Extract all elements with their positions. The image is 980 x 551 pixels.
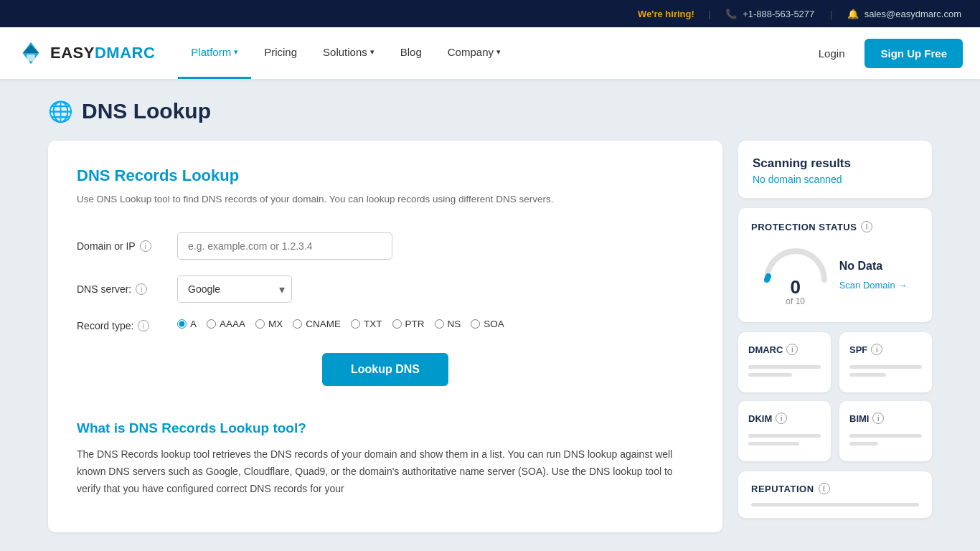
chevron-down-icon: ▾ — [370, 47, 374, 57]
nav-pricing[interactable]: Pricing — [251, 27, 310, 79]
bimi-card: BIMI i — [839, 401, 932, 461]
login-button[interactable]: Login — [810, 42, 854, 65]
dns-server-select[interactable]: Google Cloudflare Quad9 Custom — [177, 276, 292, 303]
gauge-area: 0 of 10 No Data Scan Domain → — [751, 244, 919, 306]
domain-info-icon[interactable]: i — [140, 240, 151, 252]
nav-platform[interactable]: Platform ▾ — [178, 27, 251, 79]
protection-info-icon[interactable]: i — [861, 221, 872, 232]
nav-blog[interactable]: Blog — [387, 27, 435, 79]
dns-info-icon[interactable]: i — [136, 283, 147, 295]
dkim-bar2 — [748, 442, 799, 446]
dns-server-label: DNS server: i — [77, 283, 177, 295]
dkim-header: DKIM i — [748, 413, 821, 424]
spf-bar2 — [849, 373, 886, 377]
email-icon: 🔔 — [847, 9, 859, 19]
svg-marker-1 — [23, 45, 39, 53]
reputation-info-icon[interactable]: i — [819, 483, 830, 494]
bimi-bar — [849, 434, 922, 438]
domain-label: Domain or IP i — [77, 240, 177, 252]
spf-info-icon[interactable]: i — [871, 344, 882, 355]
reputation-card: REPUTATION i — [738, 471, 932, 518]
phone-icon: 📞 — [725, 9, 737, 19]
gauge-of: of 10 — [786, 296, 805, 306]
record-type-row: Record type: i A AAAA MX CNAME TXT PTR N… — [77, 319, 694, 331]
reputation-header: REPUTATION i — [751, 483, 919, 494]
domain-row: Domain or IP i — [77, 232, 694, 260]
no-domain-label: No domain scanned — [753, 174, 918, 185]
radio-TXT[interactable]: TXT — [351, 319, 382, 329]
no-data-area: No Data Scan Domain → — [839, 260, 908, 291]
logo-dmarc: DMARC — [95, 44, 155, 62]
bimi-bar2 — [849, 442, 878, 446]
dmarc-bar — [748, 365, 821, 369]
card-title: DNS Records Lookup — [77, 166, 694, 185]
chevron-down-icon: ▾ — [234, 47, 238, 57]
page-content: 🌐 DNS Lookup DNS Records Lookup Use DNS … — [31, 79, 949, 551]
left-card: DNS Records Lookup Use DNS Lookup tool t… — [48, 141, 722, 532]
spf-bar — [849, 365, 922, 369]
protection-status-card: PROTECTION STATUS i 0 o — [738, 208, 932, 322]
card-description: Use DNS Lookup tool to find DNS records … — [77, 192, 694, 207]
page-title: DNS Lookup — [82, 99, 211, 123]
navbar: EASYDMARC Platform ▾ Pricing Solutions ▾… — [0, 27, 980, 79]
dns-lookup-icon: 🌐 — [48, 100, 73, 123]
nav-links: Platform ▾ Pricing Solutions ▾ Blog Comp… — [178, 27, 809, 79]
scanning-results-title: Scanning results — [753, 156, 918, 171]
record-type-label: Record type: i — [77, 319, 177, 331]
radio-CNAME[interactable]: CNAME — [293, 319, 341, 329]
radio-MX[interactable]: MX — [255, 319, 283, 329]
chevron-down-icon: ▾ — [496, 47, 501, 57]
record-type-info-icon[interactable]: i — [138, 320, 149, 331]
dkim-info-icon[interactable]: i — [776, 413, 787, 424]
reputation-bar — [751, 503, 919, 507]
radio-SOA[interactable]: SOA — [471, 319, 504, 329]
right-sidebar: Scanning results No domain scanned PROTE… — [738, 141, 932, 518]
dmarc-card: DMARC i — [738, 332, 831, 392]
status-grid: DMARC i SPF i DKIM — [738, 332, 932, 461]
what-is-title: What is DNS Records Lookup tool? — [77, 420, 694, 436]
dkim-bar — [748, 434, 821, 438]
email-contact[interactable]: 🔔 sales@easydmarc.com — [847, 9, 963, 19]
bimi-info-icon[interactable]: i — [872, 413, 884, 424]
phone-number: +1-888-563-5277 — [743, 9, 814, 19]
domain-input[interactable] — [177, 232, 392, 260]
dns-server-select-wrap: Google Cloudflare Quad9 Custom ▾ — [177, 276, 292, 303]
nav-right: Login Sign Up Free — [810, 39, 963, 68]
topbar: We're hiring! | 📞 +1-888-563-5277 | 🔔 sa… — [0, 0, 980, 27]
nav-solutions[interactable]: Solutions ▾ — [310, 27, 387, 79]
radio-PTR[interactable]: PTR — [392, 319, 425, 329]
email-address: sales@easydmarc.com — [864, 9, 961, 19]
main-layout: DNS Records Lookup Use DNS Lookup tool t… — [48, 141, 932, 532]
bimi-header: BIMI i — [849, 413, 922, 424]
radio-A[interactable]: A — [177, 319, 197, 329]
dmarc-bar2 — [748, 373, 792, 377]
dmarc-header: DMARC i — [748, 344, 821, 355]
no-data-text: No Data — [839, 260, 908, 273]
what-is-text: The DNS Records lookup tool retrieves th… — [77, 446, 694, 497]
dmarc-info-icon[interactable]: i — [786, 344, 798, 355]
radio-AAAA[interactable]: AAAA — [207, 319, 245, 329]
lookup-dns-button[interactable]: Lookup DNS — [322, 353, 448, 386]
logo[interactable]: EASYDMARC — [17, 39, 155, 67]
scan-domain-link[interactable]: Scan Domain → — [839, 280, 908, 291]
svg-rect-2 — [27, 55, 34, 62]
dkim-card: DKIM i — [738, 401, 831, 461]
phone-contact[interactable]: 📞 +1-888-563-5277 — [725, 9, 816, 19]
logo-icon — [17, 39, 44, 67]
protection-header: PROTECTION STATUS i — [751, 221, 919, 232]
page-title-row: 🌐 DNS Lookup — [48, 99, 932, 123]
dns-server-row: DNS server: i Google Cloudflare Quad9 Cu… — [77, 276, 694, 303]
scanning-results-card: Scanning results No domain scanned — [738, 141, 932, 198]
logo-easy: EASY — [50, 44, 95, 62]
what-is-section: What is DNS Records Lookup tool? The DNS… — [77, 420, 694, 497]
signup-button[interactable]: Sign Up Free — [864, 39, 963, 68]
radio-NS[interactable]: NS — [435, 319, 461, 329]
hiring-label[interactable]: We're hiring! — [638, 9, 694, 19]
record-type-group: A AAAA MX CNAME TXT PTR NS SOA — [177, 319, 504, 329]
spf-card: SPF i — [839, 332, 932, 392]
nav-company[interactable]: Company ▾ — [435, 27, 514, 79]
spf-header: SPF i — [849, 344, 922, 355]
gauge-number: 0 — [786, 278, 805, 296]
